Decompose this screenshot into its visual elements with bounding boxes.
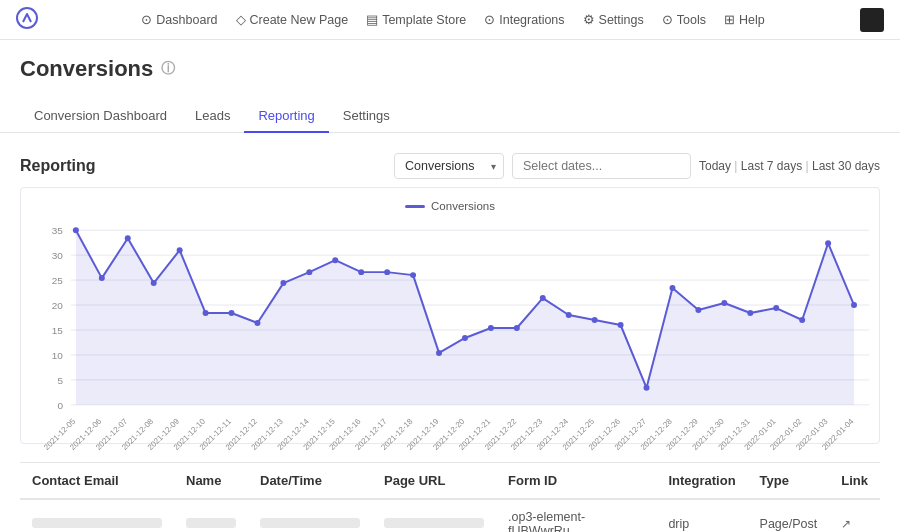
svg-point-38 xyxy=(592,317,598,323)
svg-point-25 xyxy=(254,320,260,326)
svg-text:15: 15 xyxy=(52,325,64,336)
tab-leads[interactable]: Leads xyxy=(181,100,244,133)
col-page-url: Page URL xyxy=(372,463,496,500)
info-icon[interactable]: ⓘ xyxy=(161,60,175,78)
legend-color-conversions xyxy=(405,205,425,208)
external-link-icon[interactable]: ↗ xyxy=(841,517,851,531)
svg-point-20 xyxy=(125,235,131,241)
shortcut-last-30[interactable]: Last 30 days xyxy=(812,159,880,173)
cell-page-url xyxy=(372,499,496,532)
svg-text:30: 30 xyxy=(52,250,64,261)
svg-point-19 xyxy=(99,275,105,281)
user-avatar[interactable] xyxy=(860,8,884,32)
svg-point-37 xyxy=(566,312,572,318)
svg-point-43 xyxy=(721,300,727,306)
svg-point-30 xyxy=(384,269,390,275)
cell-email xyxy=(20,499,174,532)
svg-point-21 xyxy=(151,280,157,286)
help-icon: ⊞ xyxy=(724,12,735,27)
svg-point-23 xyxy=(203,310,209,316)
svg-point-39 xyxy=(618,322,624,328)
tab-conversion-dashboard[interactable]: Conversion Dashboard xyxy=(20,100,181,133)
svg-point-31 xyxy=(410,272,416,278)
settings-icon: ⚙ xyxy=(583,12,595,27)
svg-text:10: 10 xyxy=(52,350,64,361)
cell-name xyxy=(174,499,248,532)
nav-integrations[interactable]: ⊙ Integrations xyxy=(484,12,564,27)
chart-container: Conversions 0 5 10 15 20 25 30 35 xyxy=(20,187,880,444)
page-title: Conversions ⓘ xyxy=(20,56,880,82)
page-header: Conversions ⓘ xyxy=(0,40,900,82)
svg-point-33 xyxy=(462,335,468,341)
conversions-table: Contact Email Name Date/Time Page URL Fo… xyxy=(20,462,880,532)
dashboard-icon: ⊙ xyxy=(141,12,152,27)
main-content: Reporting Conversions Leads Page Views ▾… xyxy=(0,133,900,532)
svg-point-48 xyxy=(851,302,857,308)
svg-text:5: 5 xyxy=(57,375,63,386)
svg-point-42 xyxy=(695,307,701,313)
svg-point-24 xyxy=(229,310,235,316)
svg-point-47 xyxy=(825,240,831,246)
date-range-input[interactable] xyxy=(512,153,691,179)
shortcut-last-7[interactable]: Last 7 days xyxy=(741,159,802,173)
col-form-id: Form ID xyxy=(496,463,656,500)
svg-point-46 xyxy=(799,317,805,323)
svg-marker-17 xyxy=(76,230,854,405)
svg-point-36 xyxy=(540,295,546,301)
col-datetime: Date/Time xyxy=(248,463,372,500)
nav-dashboard[interactable]: ⊙ Dashboard xyxy=(141,12,217,27)
page-tabs: Conversion Dashboard Leads Reporting Set… xyxy=(0,90,900,133)
cell-datetime xyxy=(248,499,372,532)
cell-type: Page/Post xyxy=(748,499,830,532)
col-link: Link xyxy=(829,463,880,500)
create-page-icon: ◇ xyxy=(236,12,246,27)
svg-point-27 xyxy=(306,269,312,275)
svg-point-32 xyxy=(436,350,442,356)
svg-text:35: 35 xyxy=(52,225,64,236)
svg-point-40 xyxy=(644,385,650,391)
topnav-right xyxy=(860,8,884,32)
nav-items: ⊙ Dashboard ◇ Create New Page ▤ Template… xyxy=(66,12,840,27)
nav-create-new-page[interactable]: ◇ Create New Page xyxy=(236,12,349,27)
reporting-header: Reporting Conversions Leads Page Views ▾… xyxy=(20,153,880,179)
top-navigation: ⊙ Dashboard ◇ Create New Page ▤ Template… xyxy=(0,0,900,40)
nav-help[interactable]: ⊞ Help xyxy=(724,12,765,27)
line-chart: 0 5 10 15 20 25 30 35 xyxy=(31,220,869,430)
tools-icon: ⊙ xyxy=(662,12,673,27)
cell-form-id: .op3-element-fUBWwrRu xyxy=(496,499,656,532)
conversions-dropdown[interactable]: Conversions Leads Page Views xyxy=(394,153,504,179)
reporting-controls: Conversions Leads Page Views ▾ Today | L… xyxy=(394,153,880,179)
date-shortcuts: Today | Last 7 days | Last 30 days xyxy=(699,159,880,173)
nav-settings[interactable]: ⚙ Settings xyxy=(583,12,644,27)
svg-point-0 xyxy=(17,8,37,28)
tab-reporting[interactable]: Reporting xyxy=(244,100,328,133)
col-contact-email: Contact Email xyxy=(20,463,174,500)
table-row: .op3-element-fUBWwrRu drip Page/Post ↗ xyxy=(20,499,880,532)
cell-integration: drip xyxy=(656,499,747,532)
svg-point-45 xyxy=(773,305,779,311)
integrations-icon: ⊙ xyxy=(484,12,495,27)
svg-point-34 xyxy=(488,325,494,331)
col-type: Type xyxy=(748,463,830,500)
svg-text:25: 25 xyxy=(52,275,64,286)
template-icon: ▤ xyxy=(366,12,378,27)
cell-link[interactable]: ↗ xyxy=(829,499,880,532)
svg-point-18 xyxy=(73,227,79,233)
svg-point-44 xyxy=(747,310,753,316)
tab-settings[interactable]: Settings xyxy=(329,100,404,133)
shortcut-today[interactable]: Today xyxy=(699,159,731,173)
conversions-dropdown-wrapper: Conversions Leads Page Views ▾ xyxy=(394,153,504,179)
legend-label-conversions: Conversions xyxy=(431,200,495,212)
table-section: Contact Email Name Date/Time Page URL Fo… xyxy=(20,462,880,532)
nav-template-store[interactable]: ▤ Template Store xyxy=(366,12,466,27)
svg-text:0: 0 xyxy=(57,400,63,411)
svg-point-35 xyxy=(514,325,520,331)
svg-point-26 xyxy=(280,280,286,286)
col-integration: Integration xyxy=(656,463,747,500)
nav-tools[interactable]: ⊙ Tools xyxy=(662,12,706,27)
app-logo[interactable] xyxy=(16,7,38,32)
table-header-row: Contact Email Name Date/Time Page URL Fo… xyxy=(20,463,880,500)
svg-text:20: 20 xyxy=(52,300,64,311)
svg-point-41 xyxy=(669,285,675,291)
reporting-title: Reporting xyxy=(20,157,96,175)
